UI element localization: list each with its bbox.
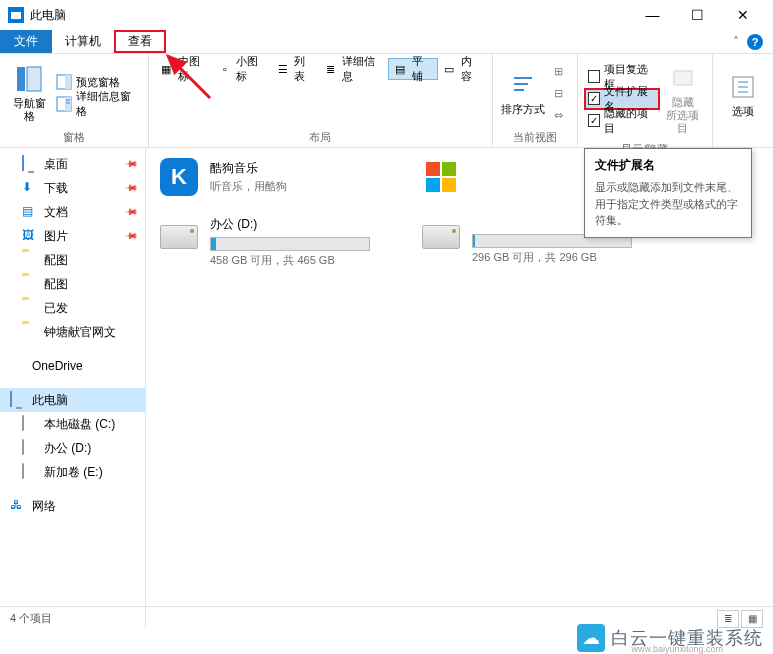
sidebar-item-network[interactable]: 🖧网络	[0, 494, 145, 518]
addcolumn-icon: ⊟	[551, 85, 567, 101]
pin-icon: 📌	[124, 229, 139, 244]
layout-tiles[interactable]: ▤平铺	[388, 58, 438, 80]
folder-icon	[22, 276, 38, 292]
status-item-count: 4 个项目	[10, 611, 52, 626]
tiles-icon: ▤	[393, 61, 408, 77]
sizecolumns-button[interactable]: ⇔	[547, 104, 571, 126]
preview-pane-icon	[56, 74, 72, 90]
groupby-button[interactable]: ⊞	[547, 60, 571, 82]
svg-rect-12	[674, 71, 692, 85]
windows-flag-icon	[426, 162, 456, 192]
tooltip-body: 显示或隐藏添加到文件末尾、用于指定文件类型或格式的字符集。	[595, 179, 741, 229]
addcolumn-button[interactable]: ⊟	[547, 82, 571, 104]
layout-list[interactable]: ☰列表	[271, 58, 319, 80]
sidebar-item-desktop[interactable]: 桌面📌	[0, 152, 145, 176]
sidebar-item-downloads[interactable]: ⬇下载📌	[0, 176, 145, 200]
tooltip-file-extensions: 文件扩展名 显示或隐藏添加到文件末尾、用于指定文件类型或格式的字符集。	[584, 148, 752, 238]
watermark: ☁ 白云一键重装系统 www.baiyunxitong.com	[577, 624, 763, 652]
drive-icon	[22, 464, 38, 480]
downloads-icon: ⬇	[22, 180, 38, 196]
tab-file[interactable]: 文件	[0, 30, 52, 53]
onedrive-icon	[10, 358, 26, 374]
drive-icon	[160, 225, 198, 249]
help-icon[interactable]: ?	[747, 34, 763, 50]
drive-icon	[422, 225, 460, 249]
minimize-button[interactable]: —	[630, 1, 675, 29]
details-pane-icon	[56, 96, 72, 112]
tab-computer[interactable]: 计算机	[52, 30, 114, 53]
main-item-view: K 酷狗音乐 听音乐，用酷狗 办公 (D:) 458 GB 可用，共 465 G…	[146, 148, 773, 628]
svg-rect-1	[17, 67, 25, 91]
sidebar-item-documents[interactable]: ▤文档📌	[0, 200, 145, 224]
maximize-button[interactable]: ☐	[675, 1, 720, 29]
groupby-icon: ⊞	[551, 63, 567, 79]
item-kugou[interactable]: K 酷狗音乐 听音乐，用酷狗	[158, 156, 370, 198]
titlebar: 此电脑 — ☐ ✕	[0, 0, 773, 30]
layout-small-icons[interactable]: ▫小图标	[213, 58, 271, 80]
options-button[interactable]: 选项	[719, 58, 767, 131]
documents-icon: ▤	[22, 204, 38, 220]
checkbox-checked-icon	[588, 92, 600, 105]
thispc-icon	[10, 392, 26, 408]
desktop-icon	[22, 156, 38, 172]
menubar: 文件 计算机 查看 ˄ ?	[0, 30, 773, 54]
list-icon: ☰	[275, 61, 290, 77]
layout-medium-icons[interactable]: ▦中图标	[155, 58, 213, 80]
sidebar-item-folder[interactable]: 钟塘献官网文	[0, 320, 145, 344]
hidden-items-toggle[interactable]: 隐藏的项目	[584, 110, 660, 132]
folder-icon	[22, 324, 38, 340]
content-icon: ▭	[442, 61, 457, 77]
sidebar-item-drive-c[interactable]: 本地磁盘 (C:)	[0, 412, 145, 436]
pictures-icon: 🖼	[22, 228, 38, 244]
sidebar-item-drive-d[interactable]: 办公 (D:)	[0, 436, 145, 460]
sort-icon	[507, 69, 539, 101]
sidebar-item-thispc[interactable]: 此电脑	[0, 388, 145, 412]
navigation-sidebar: 桌面📌 ⬇下载📌 ▤文档📌 🖼图片📌 配图 配图 已发 钟塘献官网文 OneDr…	[0, 148, 146, 628]
sizecolumns-icon: ⇔	[551, 107, 567, 123]
details-pane-button[interactable]: 详细信息窗格	[52, 93, 142, 115]
nav-pane-button[interactable]: 导航窗格	[6, 58, 52, 128]
network-icon: 🖧	[10, 498, 26, 514]
sort-button[interactable]: 排序方式	[499, 58, 547, 128]
sidebar-item-folder[interactable]: 已发	[0, 296, 145, 320]
folder-icon	[22, 252, 38, 268]
tab-view[interactable]: 查看	[114, 30, 166, 53]
checkbox-checked-icon	[588, 114, 600, 127]
sidebar-item-onedrive[interactable]: OneDrive	[0, 354, 145, 378]
content-area: 桌面📌 ⬇下载📌 ▤文档📌 🖼图片📌 配图 配图 已发 钟塘献官网文 OneDr…	[0, 148, 773, 628]
ribbon: 导航窗格 预览窗格 详细信息窗格 窗格 ▦中图标 ▫小图标 ☰列表 ≣详细信息 …	[0, 54, 773, 148]
watermark-logo-icon: ☁	[577, 624, 605, 652]
layout-content[interactable]: ▭内容	[438, 58, 486, 80]
details-icon: ≣	[323, 61, 338, 77]
close-button[interactable]: ✕	[720, 1, 765, 29]
ribbon-group-panes: 导航窗格 预览窗格 详细信息窗格 窗格	[0, 54, 149, 147]
ribbon-group-currentview: 排序方式 ⊞ ⊟ ⇔ 当前视图	[493, 54, 578, 147]
small-icons-icon: ▫	[217, 61, 232, 77]
folder-icon	[22, 300, 38, 316]
checkbox-icon	[588, 70, 600, 83]
ribbon-toggle-icon[interactable]: ˄	[733, 35, 739, 49]
svg-rect-4	[65, 75, 71, 89]
ribbon-group-showhide: 项目复选框 文件扩展名 隐藏的项目 隐藏所选项目 显示/隐藏	[578, 54, 713, 147]
hide-selected-button[interactable]: 隐藏所选项目	[660, 58, 706, 140]
item-drive-d[interactable]: 办公 (D:) 458 GB 可用，共 465 GB	[158, 216, 370, 268]
nav-pane-icon	[13, 63, 45, 95]
options-icon	[727, 71, 759, 103]
sidebar-item-folder[interactable]: 配图	[0, 248, 145, 272]
sidebar-item-drive-e[interactable]: 新加卷 (E:)	[0, 460, 145, 484]
tooltip-title: 文件扩展名	[595, 157, 741, 174]
pin-icon: 📌	[124, 205, 139, 220]
drive-icon	[22, 416, 38, 432]
sidebar-item-folder[interactable]: 配图	[0, 272, 145, 296]
layout-details[interactable]: ≣详细信息	[319, 58, 388, 80]
svg-rect-6	[65, 97, 71, 111]
thispc-icon	[8, 7, 24, 23]
pin-icon: 📌	[124, 181, 139, 196]
hide-icon	[667, 62, 699, 94]
pin-icon: 📌	[124, 157, 139, 172]
ribbon-group-layout: ▦中图标 ▫小图标 ☰列表 ≣详细信息 ▤平铺 ▭内容 布局	[149, 54, 493, 147]
medium-icons-icon: ▦	[159, 61, 174, 77]
sidebar-item-pictures[interactable]: 🖼图片📌	[0, 224, 145, 248]
window-title: 此电脑	[30, 7, 630, 24]
ribbon-group-options: 选项	[713, 54, 773, 147]
